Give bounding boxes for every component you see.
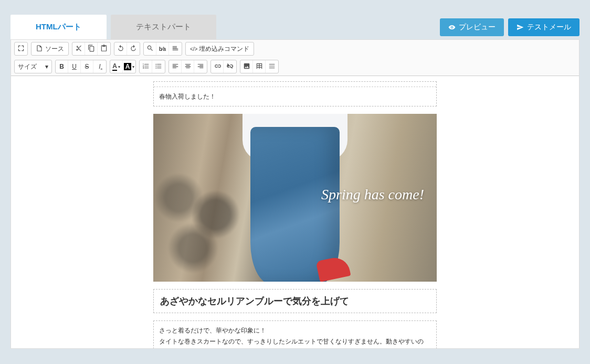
unordered-list-button[interactable]	[152, 60, 165, 73]
toolbar: ソース b⁄a	[11, 40, 579, 76]
source-label: ソース	[45, 45, 64, 53]
text-color-button[interactable]: A▾	[110, 60, 123, 73]
remove-format-icon: I×	[99, 63, 100, 70]
editor: ソース b⁄a	[10, 39, 580, 349]
align-center-icon	[184, 62, 192, 71]
body-line-2: タイトな巻きスカートなので、すっきりしたシルエットで甘くなりすぎません。動きやす…	[159, 336, 431, 348]
align-left-button[interactable]	[169, 60, 182, 73]
hr-button[interactable]	[266, 60, 278, 73]
strike-button[interactable]: S	[81, 60, 93, 73]
strike-icon: S	[85, 63, 89, 70]
body-line-1: さっと着るだけで、華やかな印象に！	[159, 325, 431, 336]
source-icon	[36, 45, 43, 53]
code-icon: </>	[190, 46, 197, 52]
bold-button[interactable]: B	[56, 60, 68, 73]
redo-icon	[130, 45, 137, 53]
editor-body[interactable]: 春物入荷しました！ Spring has come! あざやかなセルリアンブルー…	[11, 76, 579, 348]
tabs: HTMLパート テキストパート	[10, 15, 216, 39]
undo-button[interactable]	[114, 42, 127, 55]
paste-button[interactable]	[98, 42, 110, 55]
send-icon	[517, 24, 524, 31]
search-icon	[146, 45, 154, 53]
hr-icon	[268, 62, 276, 71]
bg-color-button[interactable]: A▾	[123, 60, 135, 73]
chevron-down-icon: ▾	[45, 63, 48, 70]
copy-button[interactable]	[85, 42, 98, 55]
canvas: 春物入荷しました！ Spring has come! あざやかなセルリアンブルー…	[153, 76, 437, 348]
hero-image[interactable]: Spring has come!	[153, 114, 437, 282]
size-select[interactable]: サイズ ▾	[15, 60, 51, 73]
align-center-button[interactable]	[182, 60, 194, 73]
chevron-down-icon: ▾	[132, 65, 134, 69]
link-icon	[214, 62, 221, 71]
eye-icon	[448, 24, 456, 31]
tabs-row: HTMLパート テキストパート プレビュー テストメール	[0, 0, 590, 39]
content-block-body[interactable]: さっと着るだけで、華やかな印象に！ タイトな巻きスカートなので、すっきりしたシル…	[153, 320, 437, 348]
replace-button[interactable]: b⁄a	[156, 42, 169, 55]
embed-label: 埋め込みコマンド	[199, 45, 249, 53]
find-button[interactable]	[144, 42, 156, 55]
paste-icon	[100, 45, 108, 53]
underline-icon: U	[72, 63, 77, 70]
tab-html[interactable]: HTMLパート	[10, 15, 107, 39]
text-color-icon: A	[112, 62, 117, 71]
table-button[interactable]	[253, 60, 266, 73]
preview-label: プレビュー	[459, 23, 496, 32]
redo-button[interactable]	[127, 42, 140, 55]
image-button[interactable]	[240, 60, 253, 73]
copy-icon	[88, 45, 95, 53]
maximize-icon	[17, 45, 25, 53]
image-icon	[243, 62, 250, 71]
undo-icon	[117, 45, 124, 53]
content-block-notice[interactable]: 春物入荷しました！	[153, 81, 437, 106]
scissors-icon	[75, 45, 82, 53]
align-right-icon	[197, 62, 204, 71]
testmail-label: テストメール	[527, 23, 571, 32]
link-button[interactable]	[211, 60, 224, 73]
hero-text: Spring has come!	[321, 186, 424, 203]
align-left-icon	[172, 62, 179, 71]
replace-icon: b⁄a	[159, 46, 166, 52]
tab-text[interactable]: テキストパート	[111, 15, 216, 39]
underline-button[interactable]: U	[68, 60, 81, 73]
remove-format-button[interactable]: I×	[93, 60, 106, 73]
cut-button[interactable]	[72, 42, 85, 55]
chevron-down-icon: ▾	[118, 65, 120, 69]
preview-button[interactable]: プレビュー	[440, 18, 504, 36]
maximize-button[interactable]	[15, 42, 27, 55]
heading-text: あざやかなセルリアンブルーで気分を上げて	[154, 290, 436, 313]
content-block-heading[interactable]: あざやかなセルリアンブルーで気分を上げて	[153, 289, 437, 313]
testmail-button[interactable]: テストメール	[508, 18, 580, 36]
notice-text: 春物入荷しました！	[154, 87, 436, 106]
unlink-icon	[226, 62, 234, 71]
unordered-list-icon	[155, 62, 162, 71]
table-icon	[256, 62, 263, 71]
ordered-list-icon	[142, 62, 150, 71]
unlink-button[interactable]	[224, 60, 236, 73]
size-label: サイズ	[18, 62, 37, 71]
header-actions: プレビュー テストメール	[440, 18, 580, 39]
selectall-icon	[172, 45, 179, 53]
embed-command-button[interactable]: </> 埋め込みコマンド	[186, 42, 254, 55]
selectall-button[interactable]	[169, 42, 182, 55]
bold-icon: B	[59, 63, 64, 70]
ordered-list-button[interactable]	[140, 60, 152, 73]
source-button[interactable]: ソース	[31, 42, 68, 55]
bg-color-icon: A	[124, 63, 132, 70]
align-right-button[interactable]	[194, 60, 207, 73]
